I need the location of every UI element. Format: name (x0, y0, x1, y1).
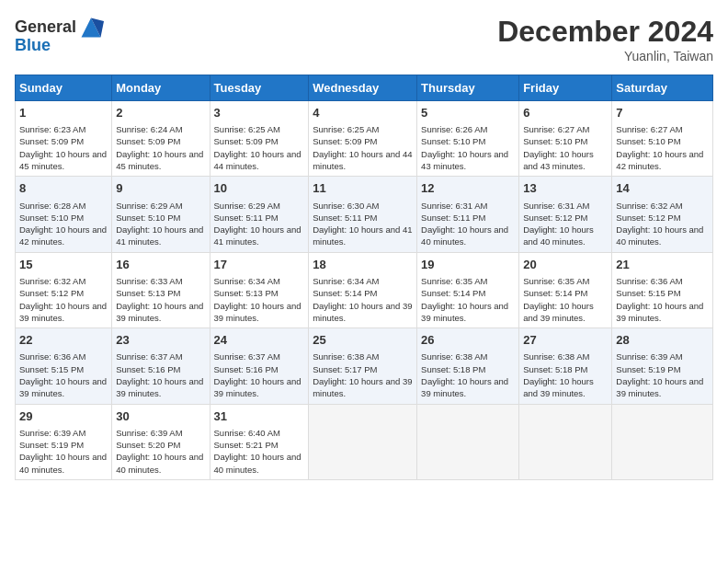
day-cell-18: 18 Sunrise: 6:34 AM Sunset: 5:14 PM Dayl… (309, 252, 417, 327)
day-number: 7 (616, 105, 709, 121)
col-wednesday: Wednesday (309, 75, 417, 101)
day-number: 12 (421, 180, 515, 197)
day-cell-14: 14 Sunrise: 6:32 AM Sunset: 5:12 PM Dayl… (612, 177, 713, 252)
day-number: 8 (19, 180, 108, 197)
day-number: 15 (19, 257, 108, 273)
month-title: December 2024 (497, 15, 713, 49)
day-number: 20 (523, 257, 608, 273)
day-cell-5: 5 Sunrise: 6:26 AM Sunset: 5:10 PM Dayli… (417, 101, 519, 177)
day-info: Sunrise: 6:24 AM Sunset: 5:09 PM Dayligh… (116, 123, 205, 172)
day-cell-16: 16 Sunrise: 6:33 AM Sunset: 5:13 PM Dayl… (112, 252, 210, 327)
day-number: 21 (616, 257, 709, 273)
day-info: Sunrise: 6:38 AM Sunset: 5:18 PM Dayligh… (421, 350, 515, 399)
week-row-1: 1 Sunrise: 6:23 AM Sunset: 5:09 PM Dayli… (16, 101, 713, 177)
empty-cell (519, 404, 612, 479)
day-number: 1 (19, 105, 108, 121)
day-info: Sunrise: 6:38 AM Sunset: 5:17 PM Dayligh… (313, 350, 413, 399)
day-info: Sunrise: 6:25 AM Sunset: 5:09 PM Dayligh… (313, 123, 413, 172)
day-number: 23 (116, 332, 205, 349)
col-friday: Friday (519, 75, 612, 101)
day-info: Sunrise: 6:34 AM Sunset: 5:13 PM Dayligh… (214, 275, 305, 324)
day-cell-12: 12 Sunrise: 6:31 AM Sunset: 5:11 PM Dayl… (417, 177, 519, 252)
day-info: Sunrise: 6:32 AM Sunset: 5:12 PM Dayligh… (19, 275, 108, 324)
day-number: 9 (116, 180, 205, 197)
day-cell-3: 3 Sunrise: 6:25 AM Sunset: 5:09 PM Dayli… (210, 101, 309, 177)
day-info: Sunrise: 6:37 AM Sunset: 5:16 PM Dayligh… (116, 350, 205, 399)
day-cell-2: 2 Sunrise: 6:24 AM Sunset: 5:09 PM Dayli… (112, 101, 210, 177)
day-cell-24: 24 Sunrise: 6:37 AM Sunset: 5:16 PM Dayl… (210, 328, 309, 404)
day-info: Sunrise: 6:38 AM Sunset: 5:18 PM Dayligh… (523, 350, 608, 399)
location: Yuanlin, Taiwan (497, 49, 713, 63)
day-number: 31 (214, 408, 305, 425)
day-info: Sunrise: 6:35 AM Sunset: 5:14 PM Dayligh… (523, 275, 608, 324)
day-number: 11 (313, 180, 413, 197)
day-number: 5 (421, 105, 515, 121)
day-info: Sunrise: 6:34 AM Sunset: 5:14 PM Dayligh… (313, 275, 413, 324)
day-cell-22: 22 Sunrise: 6:36 AM Sunset: 5:15 PM Dayl… (16, 328, 112, 404)
day-info: Sunrise: 6:40 AM Sunset: 5:21 PM Dayligh… (214, 427, 305, 476)
day-info: Sunrise: 6:36 AM Sunset: 5:15 PM Dayligh… (616, 275, 709, 324)
day-cell-31: 31 Sunrise: 6:40 AM Sunset: 5:21 PM Dayl… (210, 404, 309, 479)
day-info: Sunrise: 6:33 AM Sunset: 5:13 PM Dayligh… (116, 275, 205, 324)
empty-cell (417, 404, 519, 479)
day-cell-11: 11 Sunrise: 6:30 AM Sunset: 5:11 PM Dayl… (309, 177, 417, 252)
day-cell-30: 30 Sunrise: 6:39 AM Sunset: 5:20 PM Dayl… (112, 404, 210, 479)
col-sunday: Sunday (16, 75, 112, 101)
day-info: Sunrise: 6:29 AM Sunset: 5:10 PM Dayligh… (116, 200, 205, 248)
day-info: Sunrise: 6:28 AM Sunset: 5:10 PM Dayligh… (19, 200, 108, 248)
empty-cell (309, 404, 417, 479)
col-thursday: Thursday (417, 75, 519, 101)
day-number: 18 (313, 257, 413, 273)
day-info: Sunrise: 6:36 AM Sunset: 5:15 PM Dayligh… (19, 350, 108, 399)
day-cell-9: 9 Sunrise: 6:29 AM Sunset: 5:10 PM Dayli… (112, 177, 210, 252)
logo: General Blue (15, 15, 104, 55)
day-number: 14 (616, 180, 709, 197)
day-number: 19 (421, 257, 515, 273)
day-info: Sunrise: 6:31 AM Sunset: 5:12 PM Dayligh… (523, 200, 608, 248)
week-row-3: 15 Sunrise: 6:32 AM Sunset: 5:12 PM Dayl… (16, 252, 713, 327)
day-info: Sunrise: 6:32 AM Sunset: 5:12 PM Dayligh… (616, 200, 709, 248)
day-cell-8: 8 Sunrise: 6:28 AM Sunset: 5:10 PM Dayli… (16, 177, 112, 252)
day-cell-20: 20 Sunrise: 6:35 AM Sunset: 5:14 PM Dayl… (519, 252, 612, 327)
day-info: Sunrise: 6:25 AM Sunset: 5:09 PM Dayligh… (214, 123, 305, 172)
title-block: December 2024 Yuanlin, Taiwan (497, 15, 713, 63)
day-number: 27 (523, 332, 608, 349)
col-saturday: Saturday (612, 75, 713, 101)
day-number: 26 (421, 332, 515, 349)
day-number: 25 (313, 332, 413, 349)
col-tuesday: Tuesday (210, 75, 309, 101)
day-cell-29: 29 Sunrise: 6:39 AM Sunset: 5:19 PM Dayl… (16, 404, 112, 479)
day-cell-7: 7 Sunrise: 6:27 AM Sunset: 5:10 PM Dayli… (612, 101, 713, 177)
day-info: Sunrise: 6:39 AM Sunset: 5:19 PM Dayligh… (19, 427, 108, 476)
day-number: 10 (214, 180, 305, 197)
day-info: Sunrise: 6:27 AM Sunset: 5:10 PM Dayligh… (616, 123, 709, 172)
day-number: 6 (523, 105, 608, 121)
day-cell-1: 1 Sunrise: 6:23 AM Sunset: 5:09 PM Dayli… (16, 101, 112, 177)
day-number: 17 (214, 257, 305, 273)
week-row-4: 22 Sunrise: 6:36 AM Sunset: 5:15 PM Dayl… (16, 328, 713, 404)
day-cell-10: 10 Sunrise: 6:29 AM Sunset: 5:11 PM Dayl… (210, 177, 309, 252)
day-cell-23: 23 Sunrise: 6:37 AM Sunset: 5:16 PM Dayl… (112, 328, 210, 404)
header: General Blue December 2024 Yuanlin, Taiw… (15, 15, 713, 63)
logo-icon (78, 15, 104, 40)
day-number: 28 (616, 332, 709, 349)
day-cell-19: 19 Sunrise: 6:35 AM Sunset: 5:14 PM Dayl… (417, 252, 519, 327)
calendar-table: Sunday Monday Tuesday Wednesday Thursday… (15, 75, 713, 480)
logo-blue: Blue (15, 36, 51, 54)
day-info: Sunrise: 6:26 AM Sunset: 5:10 PM Dayligh… (421, 123, 515, 172)
week-row-5: 29 Sunrise: 6:39 AM Sunset: 5:19 PM Dayl… (16, 404, 713, 479)
day-cell-28: 28 Sunrise: 6:39 AM Sunset: 5:19 PM Dayl… (612, 328, 713, 404)
day-info: Sunrise: 6:27 AM Sunset: 5:10 PM Dayligh… (523, 123, 608, 172)
day-number: 22 (19, 332, 108, 349)
day-cell-13: 13 Sunrise: 6:31 AM Sunset: 5:12 PM Dayl… (519, 177, 612, 252)
day-cell-21: 21 Sunrise: 6:36 AM Sunset: 5:15 PM Dayl… (612, 252, 713, 327)
day-info: Sunrise: 6:30 AM Sunset: 5:11 PM Dayligh… (313, 200, 413, 248)
day-info: Sunrise: 6:31 AM Sunset: 5:11 PM Dayligh… (421, 200, 515, 248)
header-row: Sunday Monday Tuesday Wednesday Thursday… (16, 75, 713, 101)
day-info: Sunrise: 6:29 AM Sunset: 5:11 PM Dayligh… (214, 200, 305, 248)
day-cell-4: 4 Sunrise: 6:25 AM Sunset: 5:09 PM Dayli… (309, 101, 417, 177)
day-number: 16 (116, 257, 205, 273)
day-number: 30 (116, 408, 205, 425)
day-info: Sunrise: 6:37 AM Sunset: 5:16 PM Dayligh… (214, 350, 305, 399)
day-info: Sunrise: 6:39 AM Sunset: 5:20 PM Dayligh… (116, 427, 205, 476)
